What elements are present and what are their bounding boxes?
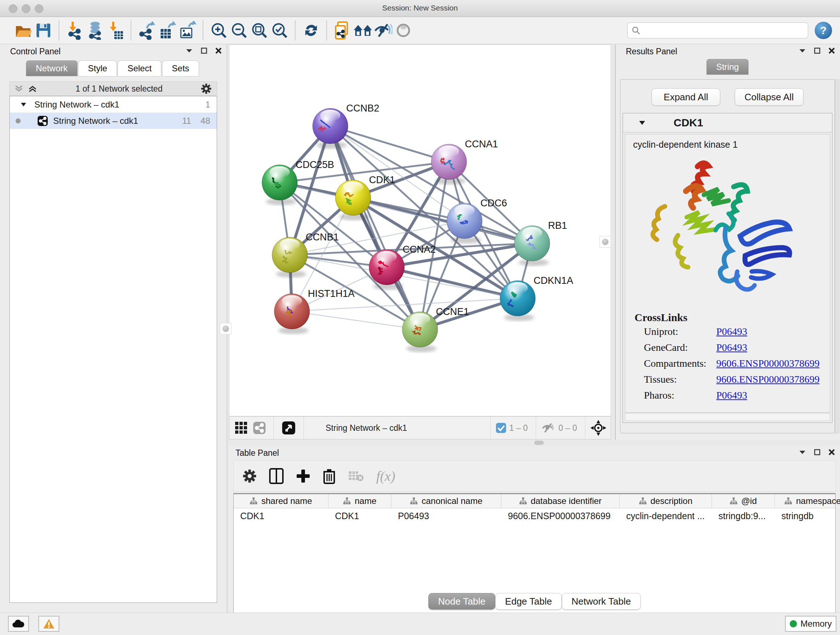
function-builder-button: f(x) (376, 468, 395, 484)
node-result-header[interactable]: CDK1 (623, 113, 832, 133)
delete-column-icon[interactable] (323, 468, 336, 484)
table-tabs-bar: Node TableEdge TableNetwork Table (229, 593, 840, 610)
panel-menu-icon[interactable] (799, 48, 806, 53)
apply-layout-button[interactable] (301, 20, 321, 41)
table-cell[interactable]: CDK1 (328, 511, 392, 521)
clone-network-button[interactable] (332, 20, 353, 41)
splitter-grip[interactable] (534, 440, 544, 445)
import-table-file-button[interactable] (105, 20, 126, 41)
help-button[interactable]: ? (815, 22, 832, 39)
panel-close-icon[interactable] (215, 48, 222, 54)
network-collection-row[interactable]: String Network – cdk1 1 (10, 96, 217, 112)
control-tab-style[interactable]: Style (78, 60, 117, 76)
control-tab-sets[interactable]: Sets (162, 60, 199, 76)
right-splitter-handle[interactable] (600, 236, 611, 248)
zoom-in-button[interactable] (209, 20, 229, 41)
column-header-name[interactable]: name (328, 494, 392, 508)
node-highlight (343, 181, 363, 193)
table-cell[interactable]: stringdb (775, 511, 840, 521)
export-table-button[interactable] (157, 20, 177, 41)
hide-glass-balls-button[interactable] (373, 20, 393, 41)
network-graph[interactable]: CCNB2CCNA1CDC25BCDK1CDC6RB1CCNB1CCNA2CDK… (229, 45, 611, 416)
crosslink-link[interactable]: P06493 (716, 390, 747, 401)
table-settings-gear-icon[interactable] (242, 469, 257, 483)
table-row[interactable]: CDK1CDK1P064939606.ENSP00000378699cyclin… (234, 508, 835, 524)
column-header-label: name (355, 496, 376, 506)
search-icon (631, 26, 641, 35)
birdseye-view-button[interactable] (279, 418, 298, 438)
table-tab-network-table[interactable]: Network Table (562, 593, 641, 610)
add-column-icon[interactable] (296, 469, 310, 483)
column-header-description[interactable]: description (620, 494, 712, 508)
show-glass-balls-button[interactable] (393, 20, 414, 41)
entry-expander-icon[interactable] (639, 120, 645, 125)
column-header-shared-name[interactable]: shared name (234, 494, 328, 508)
node-label: CDK1 (369, 174, 395, 185)
network-row[interactable]: String Network – cdk1 11 48 (10, 112, 217, 129)
panel-float-icon[interactable] (201, 48, 207, 54)
show-columns-icon[interactable] (269, 468, 284, 484)
memory-button[interactable]: Memory (785, 616, 836, 632)
crosslink-link[interactable]: 9606.ENSP00000378699 (716, 358, 819, 369)
selected-checkbox-icon[interactable] (496, 423, 507, 433)
table-cell[interactable]: cyclin-dependent ... (620, 511, 712, 521)
search-box[interactable] (627, 22, 808, 38)
control-tab-network[interactable]: Network (26, 60, 77, 76)
table-cell[interactable]: CDK1 (234, 511, 328, 521)
collapse-all-icon[interactable] (14, 84, 24, 93)
table-cell[interactable]: stringdb:9... (712, 511, 775, 521)
string-home-button[interactable] (353, 20, 373, 41)
column-header-id[interactable]: @id (712, 494, 775, 508)
control-panel-title: Control Panel (10, 47, 60, 57)
import-network-file-button[interactable] (65, 20, 85, 41)
open-session-button[interactable] (13, 20, 33, 41)
crosslink-link[interactable]: P06493 (716, 326, 747, 337)
panel-menu-icon[interactable] (799, 450, 806, 455)
network-view-mode-button[interactable] (250, 418, 268, 438)
horizontal-splitter[interactable] (229, 440, 840, 446)
toolbar-divider (131, 21, 132, 40)
crosslink-link[interactable]: P06493 (716, 342, 747, 353)
search-input[interactable] (641, 23, 804, 38)
results-tab-string[interactable]: String (706, 59, 749, 74)
column-header-label: namespace (796, 496, 840, 506)
fit-crosshair-icon[interactable] (591, 420, 606, 436)
left-splitter-handle[interactable] (220, 323, 232, 334)
control-tab-select[interactable]: Select (118, 60, 161, 76)
table-cell[interactable]: P06493 (392, 511, 501, 521)
expand-all-button[interactable]: Expand All (652, 88, 720, 106)
crosslink-link[interactable]: 9606.ENSP00000378699 (716, 374, 819, 385)
warnings-button[interactable] (38, 616, 59, 632)
panel-float-icon[interactable] (814, 48, 821, 54)
tree-expander-icon[interactable] (21, 103, 27, 107)
collapse-all-button[interactable]: Collapse All (735, 88, 804, 106)
network-options-gear-icon[interactable] (201, 83, 212, 94)
network-canvas[interactable]: CCNB2CCNA1CDC25BCDK1CDC6RB1CCNB1CCNA2CDK… (229, 44, 611, 416)
panel-float-icon[interactable] (814, 449, 821, 455)
export-network-button[interactable] (137, 20, 157, 41)
column-header-database-identifier[interactable]: database identifier (501, 494, 620, 508)
results-scrollbar[interactable] (835, 79, 839, 433)
cloud-services-button[interactable] (8, 616, 29, 632)
save-session-button[interactable] (33, 20, 54, 41)
zoom-selected-button[interactable] (270, 20, 290, 41)
network-edge[interactable] (330, 126, 449, 162)
table-tab-edge-table[interactable]: Edge Table (495, 593, 562, 610)
import-network-database-button[interactable] (85, 20, 105, 41)
table-tab-node-table[interactable]: Node Table (428, 593, 495, 610)
panel-close-icon[interactable] (829, 48, 835, 54)
panel-close-icon[interactable] (829, 449, 835, 455)
zoom-out-button[interactable] (229, 20, 249, 41)
network-edge[interactable] (387, 267, 518, 298)
network-edge[interactable] (292, 311, 420, 329)
panel-menu-icon[interactable] (186, 48, 193, 53)
table-cell[interactable]: 9606.ENSP00000378699 (501, 511, 620, 521)
column-header-canonical-name[interactable]: canonical name (392, 494, 501, 508)
main-toolbar: ? (0, 17, 840, 44)
expand-all-icon[interactable] (28, 84, 37, 93)
grid-mode-button[interactable] (232, 418, 250, 438)
column-header-namespace[interactable]: namespace (775, 494, 840, 508)
export-image-button[interactable] (177, 20, 197, 41)
zoom-fit-button[interactable] (249, 20, 270, 41)
entry-scrollbar[interactable] (625, 413, 830, 421)
